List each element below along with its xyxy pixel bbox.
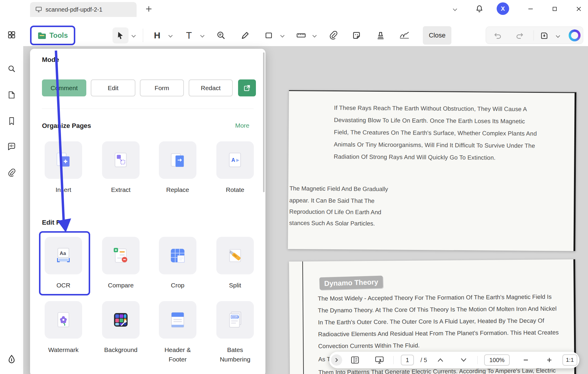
panel-scrollbar[interactable] — [263, 52, 265, 192]
insert-icon — [54, 151, 73, 169]
measure-tool-button[interactable] — [294, 27, 308, 43]
external-link-icon — [243, 84, 251, 92]
tools-folder-icon — [37, 31, 46, 40]
extract-icon — [112, 151, 130, 169]
thumbnail-view-button[interactable] — [350, 356, 360, 364]
save-button[interactable] — [539, 30, 550, 41]
replace-icon — [168, 151, 187, 169]
pen-tool-button[interactable] — [238, 27, 252, 43]
zoom-in-button[interactable] — [545, 356, 554, 364]
close-window-button[interactable] — [574, 4, 583, 13]
document-icon — [8, 91, 15, 99]
background-tool-label: Background — [98, 345, 143, 355]
cursor-icon — [117, 31, 124, 40]
attachments-panel-button[interactable] — [6, 167, 18, 179]
shape-tool-button[interactable] — [262, 27, 276, 43]
text-tool-button[interactable]: T — [182, 27, 196, 43]
shape-tool-dropdown[interactable] — [279, 27, 286, 43]
save-dropdown[interactable] — [554, 33, 562, 39]
zoom-out-button[interactable] — [521, 356, 531, 364]
background-tool-tile[interactable] — [102, 301, 140, 339]
tools-button[interactable]: Tools — [30, 26, 75, 45]
insert-tool-tile[interactable] — [45, 141, 82, 179]
highlight-tool-button[interactable]: H — [150, 27, 164, 43]
expand-panel-button[interactable] — [331, 354, 342, 366]
undo-icon — [494, 32, 502, 40]
save-icon — [540, 32, 548, 40]
pen-nib-button[interactable] — [6, 353, 18, 365]
page-number-input[interactable] — [401, 355, 414, 365]
search-text-tool-button[interactable] — [214, 27, 228, 43]
zoom-level-button[interactable]: 100% — [484, 354, 510, 366]
highlight-tool-dropdown[interactable] — [167, 27, 174, 43]
editpdf-section-title: Edit PDF — [42, 219, 69, 226]
attachment-tool-button[interactable] — [326, 27, 340, 43]
pages-panel-button[interactable] — [6, 89, 18, 101]
apps-grid-button[interactable] — [6, 29, 18, 41]
mode-edit-button[interactable]: Edit — [91, 79, 135, 96]
compare-tool-label: Compare — [98, 281, 143, 290]
stamp-tool-button[interactable] — [373, 27, 388, 43]
background-icon — [112, 311, 130, 329]
letter-h-icon: H — [154, 30, 160, 40]
crop-tool-tile[interactable] — [159, 237, 196, 274]
header-footer-tool-tile[interactable] — [159, 301, 196, 339]
minus-icon — [523, 357, 528, 363]
actual-size-button[interactable]: 1:1 — [562, 354, 577, 366]
mode-comment-button[interactable]: Comment — [42, 79, 86, 96]
signature-tool-button[interactable] — [398, 27, 412, 43]
minimize-icon — [527, 6, 534, 12]
comments-panel-button[interactable] — [6, 141, 18, 153]
redo-button[interactable] — [514, 30, 525, 41]
ocr-icon: Aa — [54, 246, 73, 265]
new-tab-button[interactable] — [143, 4, 154, 14]
rectangle-icon — [265, 31, 273, 40]
header-footer-icon — [168, 311, 187, 329]
toolbar-divider — [393, 356, 394, 364]
document-text-line: Reproduction Of Life On Earth And — [289, 208, 381, 216]
updf-ai-logo-icon[interactable] — [569, 29, 581, 41]
ocr-tool-tile[interactable]: Aa — [45, 237, 82, 274]
ocr-icon-sample-text: Aa — [60, 251, 66, 256]
header-footer-tool-label: Header & Footer — [155, 345, 200, 364]
measure-tool-dropdown[interactable] — [311, 27, 318, 43]
bookmarks-button[interactable] — [6, 115, 18, 127]
replace-tool-tile[interactable] — [159, 141, 196, 179]
search-button[interactable] — [6, 63, 18, 75]
select-tool-button[interactable] — [112, 27, 129, 43]
open-in-new-button[interactable] — [238, 79, 256, 96]
compare-tool-tile[interactable] — [102, 237, 140, 274]
split-tool-tile[interactable] — [216, 237, 254, 274]
panel-divider — [42, 109, 254, 109]
rotate-tool-tile[interactable]: A — [216, 141, 254, 179]
next-page-button[interactable] — [459, 356, 468, 364]
close-tools-button[interactable]: Close — [423, 26, 451, 45]
select-tool-dropdown[interactable] — [130, 27, 137, 43]
watermark-tool-tile[interactable] — [45, 301, 82, 339]
page-count-label: / 5 — [417, 352, 431, 368]
mode-form-button[interactable]: Form — [140, 79, 184, 96]
notifications-button[interactable] — [474, 3, 485, 14]
document-tab[interactable]: scanned-pdf-updf-2-1 — [30, 2, 137, 17]
mode-redact-button[interactable]: Redact — [189, 79, 233, 96]
bookmark-icon — [8, 117, 15, 125]
extract-tool-tile[interactable] — [102, 141, 140, 179]
maximize-button[interactable] — [550, 4, 559, 13]
text-tool-dropdown[interactable] — [198, 27, 206, 43]
avatar[interactable]: X — [497, 2, 509, 15]
minimize-button[interactable] — [526, 4, 535, 13]
presentation-mode-button[interactable] — [374, 356, 384, 364]
monitor-cursor-icon — [375, 356, 384, 364]
chevron-down-icon — [461, 358, 467, 362]
bates-numbering-tool-tile[interactable]: 000123 — [216, 301, 254, 339]
compare-icon — [112, 246, 130, 265]
tab-list-button[interactable] — [450, 5, 460, 13]
previous-page-button[interactable] — [436, 356, 445, 364]
sticker-tool-button[interactable] — [349, 27, 364, 43]
organize-more-link[interactable]: More — [235, 122, 249, 129]
undo-button[interactable] — [492, 30, 503, 41]
plus-icon — [145, 5, 152, 12]
plus-icon — [547, 357, 552, 363]
insert-tool-label: Insert — [41, 185, 86, 195]
sticker-icon — [352, 31, 361, 40]
